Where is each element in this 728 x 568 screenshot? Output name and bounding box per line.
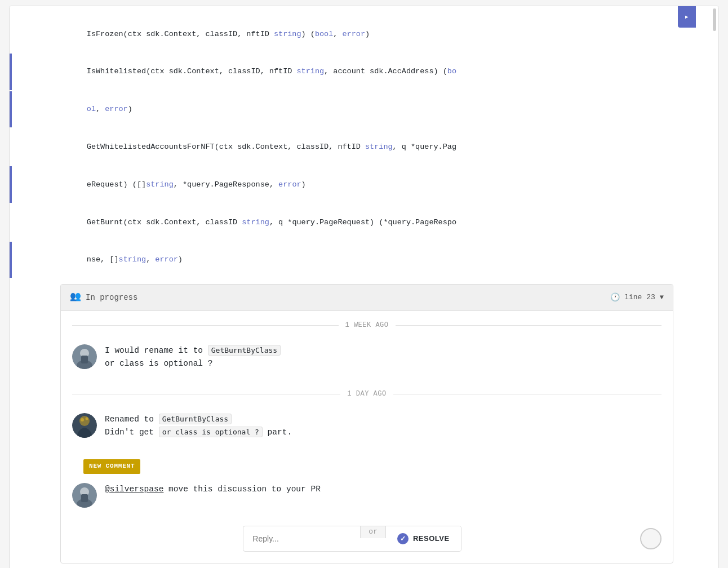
code-keyword-ol: ol	[87, 105, 96, 113]
or-label: or	[369, 526, 378, 538]
code-line-3: ol, error)	[10, 91, 718, 128]
comment-mention: @silverspase	[105, 485, 163, 494]
discussion-status: In progress	[86, 291, 137, 304]
bottom-spacer	[10, 563, 718, 568]
scrollbar[interactable]	[713, 8, 716, 568]
reply-input-row: or ✓ RESOLVE	[243, 526, 461, 552]
line-bar-1	[10, 16, 12, 52]
code-indent-2: IsWhitelisted(ctx sdk.Context, classID, …	[53, 67, 456, 76]
resolve-label: RESOLVE	[413, 534, 450, 543]
code-indent-7: nse, []string, error)	[53, 255, 183, 264]
comment-didnt-get-text: Didn't get	[105, 428, 159, 437]
code-line-4: GetWhitelistedAccountsForNFT(ctx sdk.Con…	[10, 128, 718, 166]
avatar-1	[72, 344, 97, 369]
clock-icon: 🕐	[610, 291, 620, 304]
separator-line-left-1	[72, 325, 339, 326]
code-text-4: GetWhitelistedAccountsForNFT(ctx sdk.Con…	[16, 128, 468, 165]
spacer	[61, 448, 673, 459]
code-keyword-string2: string	[296, 67, 324, 76]
comment-row-2: Renamed to GetBurntByClass Didn't get or…	[61, 409, 673, 448]
time-label-1week: 1 WEEK AGO	[345, 320, 389, 331]
code-line-6: GetBurnt(ctx sdk.Context, classID string…	[10, 203, 718, 241]
code-indent-1: IsFrozen(ctx sdk.Context, classID, nftID…	[53, 30, 370, 38]
code-indent-5: eRequest) ([]string, *query.PageResponse…	[53, 180, 306, 189]
line-bar-2	[10, 54, 12, 90]
separator-line-right-1	[396, 325, 662, 326]
line-bar-5	[10, 166, 12, 203]
discussion-panel-wrapper: 👥 In progress 🕐 line 23 ▼ ▸ 1 WEEK AGO	[38, 284, 696, 563]
resolve-button[interactable]: ✓ RESOLVE	[386, 526, 461, 551]
discussion-header-left: 👥 In progress	[70, 290, 137, 305]
code-indent-6: GetBurnt(ctx sdk.Context, classID string…	[53, 218, 456, 227]
code-keyword-string4: string	[146, 180, 174, 189]
comment-inline-code-3: or class is optional ?	[159, 427, 263, 437]
avatar-3	[72, 483, 97, 508]
code-keyword-string5: string	[242, 218, 269, 227]
comment-row-1: I would rename it to GetBurntByClass or …	[61, 340, 673, 379]
svg-point-6	[81, 418, 84, 421]
avatar-2	[72, 413, 97, 438]
code-text-6: GetBurnt(ctx sdk.Context, classID string…	[16, 204, 468, 241]
comment-text-before-1: I would rename it to	[105, 346, 208, 355]
comment-body-3: @silverspase move this discussion to you…	[105, 483, 662, 496]
discussion-panel: 👥 In progress 🕐 line 23 ▼ ▸ 1 WEEK AGO	[60, 284, 673, 563]
new-comment-section: NEW COMMENT	[61, 459, 673, 478]
svg-rect-11	[81, 494, 88, 502]
comment-inline-code-1: GetBurntByClass	[208, 345, 281, 356]
code-keyword-bo: bo	[447, 67, 456, 76]
code-keyword-error2: error	[105, 105, 128, 113]
line-bar-3	[10, 91, 12, 128]
code-indent-4: GetWhitelistedAccountsForNFT(ctx sdk.Con…	[53, 143, 456, 151]
time-separator-1day: 1 DAY AGO	[61, 380, 673, 409]
toggle-circle[interactable]	[640, 528, 662, 549]
time-separator-1week: 1 WEEK AGO	[61, 311, 673, 340]
code-text-7: nse, []string, error)	[16, 242, 194, 278]
separator-line-left-2	[72, 394, 340, 394]
chevron-down-icon[interactable]: ▼	[660, 292, 664, 303]
code-text-2: IsWhitelisted(ctx sdk.Context, classID, …	[16, 54, 468, 90]
code-text-3: ol, error)	[16, 91, 144, 128]
line-bar-7	[10, 242, 12, 278]
code-keyword-string6: string	[119, 255, 147, 264]
code-line-2: IsWhitelisted(ctx sdk.Context, classID, …	[10, 53, 718, 91]
line-bar-6	[10, 204, 12, 241]
code-keyword-error4: error	[155, 255, 178, 264]
svg-point-7	[86, 417, 88, 420]
line-bar-4	[10, 128, 12, 165]
main-container: IsFrozen(ctx sdk.Context, classID, nftID…	[9, 6, 719, 568]
code-line-7: nse, []string, error)	[10, 241, 718, 279]
code-line-1: IsFrozen(ctx sdk.Context, classID, nftID…	[10, 15, 718, 53]
comment-row-3: @silverspase move this discussion to you…	[61, 478, 673, 517]
code-keyword-error3: error	[278, 180, 301, 189]
scroll-thumb[interactable]	[713, 8, 716, 31]
comment-renamed-text: Renamed to	[105, 415, 159, 424]
discussion-header-right: 🕐 line 23 ▼ ▸	[610, 291, 664, 304]
reply-outer: or ✓ RESOLVE	[61, 517, 673, 563]
code-keyword-error: error	[343, 30, 366, 38]
reply-input[interactable]	[243, 527, 360, 550]
code-area: IsFrozen(ctx sdk.Context, classID, nftID…	[10, 6, 718, 568]
new-comment-badge: NEW COMMENT	[83, 459, 140, 474]
line-reference[interactable]: line 23	[624, 292, 655, 304]
svg-point-5	[79, 416, 90, 426]
code-line-5: eRequest) ([]string, *query.PageResponse…	[10, 166, 718, 203]
code-text-5: eRequest) ([]string, *query.PageResponse…	[16, 166, 317, 203]
code-keyword-string: string	[274, 30, 301, 38]
code-keyword-bool: bool	[315, 30, 333, 38]
code-indent-3: ol, error)	[53, 105, 132, 113]
svg-rect-3	[81, 356, 88, 363]
code-text-1: IsFrozen(ctx sdk.Context, classID, nftID…	[16, 16, 381, 52]
discussion-header: 👥 In progress 🕐 line 23 ▼ ▸	[61, 285, 673, 311]
comment-text-3: move this discussion to your PR	[163, 485, 320, 494]
resolve-checkmark-icon: ✓	[397, 533, 409, 544]
comment-text-after-1: or class is optional ?	[105, 359, 212, 368]
comment-part-text: part.	[263, 428, 292, 437]
comment-body-2: Renamed to GetBurntByClass Didn't get or…	[105, 413, 662, 439]
time-label-1day: 1 DAY AGO	[347, 389, 386, 400]
code-keyword-string3: string	[365, 143, 393, 151]
or-divider: or	[360, 526, 386, 538]
in-progress-icon: 👥	[70, 290, 81, 305]
separator-line-right-2	[393, 394, 662, 394]
comment-inline-code-2: GetBurntByClass	[159, 414, 232, 424]
comment-body-1: I would rename it to GetBurntByClass or …	[105, 344, 662, 370]
